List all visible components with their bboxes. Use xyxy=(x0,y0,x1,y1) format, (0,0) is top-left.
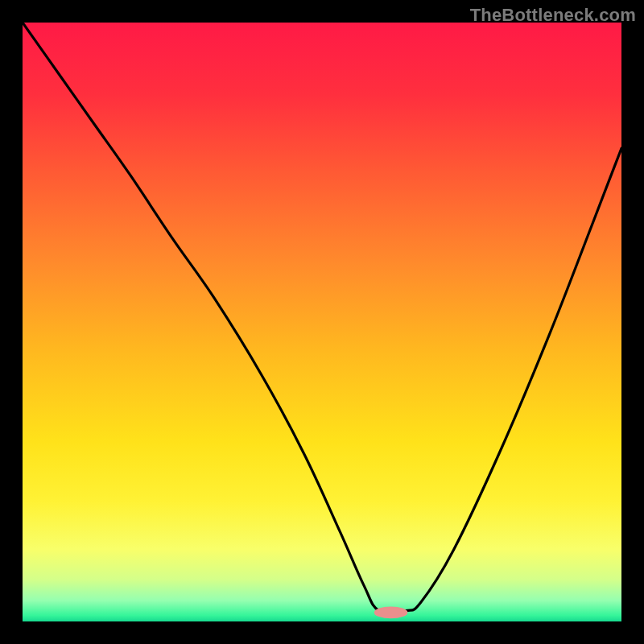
bottleneck-curve-layer xyxy=(23,23,621,621)
plot-area xyxy=(23,23,621,621)
bottleneck-curve xyxy=(23,23,621,613)
watermark-text: TheBottleneck.com xyxy=(470,5,636,26)
chart-frame: TheBottleneck.com xyxy=(0,0,644,644)
optimal-marker xyxy=(374,606,408,618)
